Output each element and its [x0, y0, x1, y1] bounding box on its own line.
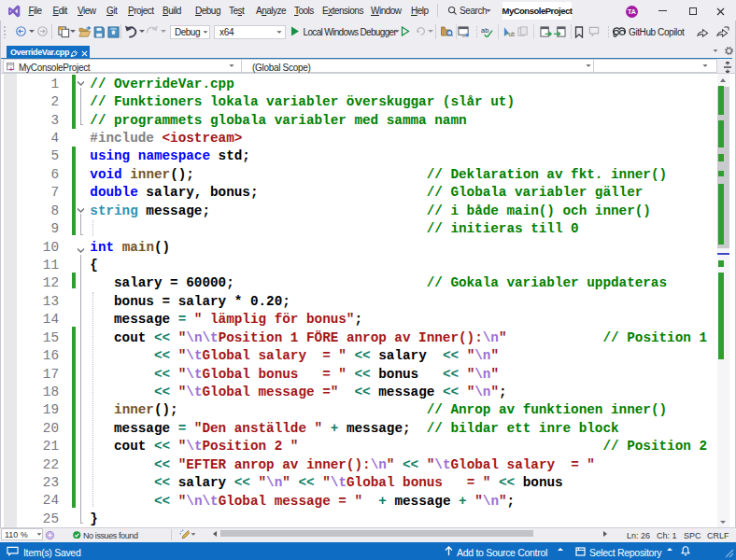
svg-text:+: +: [9, 64, 13, 71]
svg-text:ab: ab: [481, 26, 488, 35]
svg-text:ub: ub: [509, 31, 516, 37]
